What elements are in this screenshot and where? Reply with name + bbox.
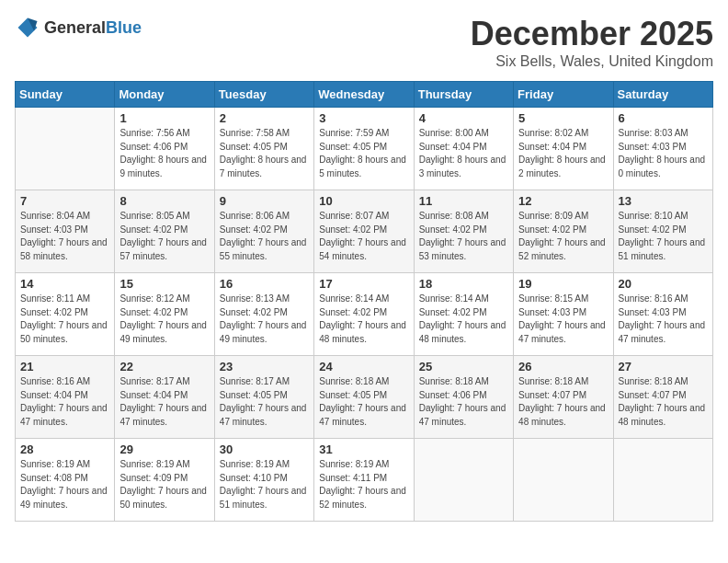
calendar-cell: 16Sunrise: 8:13 AMSunset: 4:02 PMDayligh… [214,273,313,356]
calendar-cell: 17Sunrise: 8:14 AMSunset: 4:02 PMDayligh… [314,273,414,356]
day-info: Sunrise: 8:14 AMSunset: 4:02 PMDaylight:… [319,293,408,346]
calendar-cell: 31Sunrise: 8:19 AMSunset: 4:11 PMDayligh… [314,439,414,522]
calendar-cell: 11Sunrise: 8:08 AMSunset: 4:02 PMDayligh… [414,190,513,273]
day-number: 14 [20,277,109,291]
calendar-cell: 3Sunrise: 7:59 AMSunset: 4:05 PMDaylight… [314,108,414,190]
day-number: 25 [419,360,508,373]
day-number: 24 [319,360,408,373]
day-header-thursday: Thursday [414,82,513,108]
day-info: Sunrise: 8:13 AMSunset: 4:02 PMDaylight:… [220,293,309,346]
calendar-cell: 21Sunrise: 8:16 AMSunset: 4:04 PMDayligh… [16,356,115,439]
calendar-cell: 5Sunrise: 8:02 AMSunset: 4:04 PMDaylight… [514,108,613,190]
day-info: Sunrise: 8:16 AMSunset: 4:04 PMDaylight:… [20,375,109,429]
day-info: Sunrise: 8:03 AMSunset: 4:03 PMDaylight:… [619,127,708,180]
day-header-sunday: Sunday [16,82,115,108]
day-info: Sunrise: 8:19 AMSunset: 4:11 PMDaylight:… [319,458,408,511]
calendar-cell: 25Sunrise: 8:18 AMSunset: 4:06 PMDayligh… [414,356,513,439]
day-info: Sunrise: 8:11 AMSunset: 4:02 PMDaylight:… [20,293,109,346]
day-info: Sunrise: 8:18 AMSunset: 4:06 PMDaylight:… [419,375,508,429]
day-info: Sunrise: 8:05 AMSunset: 4:02 PMDaylight:… [119,210,209,263]
day-number: 7 [20,194,109,208]
day-header-tuesday: Tuesday [214,82,313,108]
day-number: 19 [518,277,608,291]
day-number: 28 [20,442,109,456]
day-info: Sunrise: 8:14 AMSunset: 4:02 PMDaylight:… [419,293,508,346]
calendar-cell: 1Sunrise: 7:56 AMSunset: 4:06 PMDaylight… [115,108,214,190]
day-number: 3 [319,111,408,125]
day-number: 8 [119,194,209,208]
week-row: 21Sunrise: 8:16 AMSunset: 4:04 PMDayligh… [16,356,713,439]
day-info: Sunrise: 8:09 AMSunset: 4:02 PMDaylight:… [518,210,608,263]
calendar-cell: 26Sunrise: 8:18 AMSunset: 4:07 PMDayligh… [514,356,613,439]
day-number: 6 [619,111,708,125]
logo: General Blue [15,15,142,40]
header-row: SundayMondayTuesdayWednesdayThursdayFrid… [16,82,713,108]
calendar-cell: 8Sunrise: 8:05 AMSunset: 4:02 PMDaylight… [115,190,214,273]
day-header-saturday: Saturday [613,82,712,108]
title-area: December 2025 Six Bells, Wales, United K… [471,15,713,70]
day-number: 12 [518,194,608,208]
day-header-monday: Monday [115,82,214,108]
day-number: 22 [119,360,209,373]
calendar-cell [414,439,513,522]
day-info: Sunrise: 8:07 AMSunset: 4:02 PMDaylight:… [319,210,408,263]
calendar-cell: 9Sunrise: 8:06 AMSunset: 4:02 PMDaylight… [214,190,313,273]
calendar-cell: 27Sunrise: 8:18 AMSunset: 4:07 PMDayligh… [613,356,712,439]
calendar-cell: 2Sunrise: 7:58 AMSunset: 4:05 PMDaylight… [214,108,313,190]
day-info: Sunrise: 8:18 AMSunset: 4:07 PMDaylight:… [619,375,708,429]
calendar-cell: 14Sunrise: 8:11 AMSunset: 4:02 PMDayligh… [16,273,115,356]
day-info: Sunrise: 8:19 AMSunset: 4:08 PMDaylight:… [20,458,109,511]
day-number: 10 [319,194,408,208]
logo-text-general: General [44,18,106,38]
location-title: Six Bells, Wales, United Kingdom [471,53,713,70]
day-number: 13 [619,194,708,208]
day-number: 18 [419,277,508,291]
day-number: 23 [220,360,309,373]
day-number: 29 [119,442,209,456]
week-row: 7Sunrise: 8:04 AMSunset: 4:03 PMDaylight… [16,190,713,273]
day-number: 4 [419,111,508,125]
day-info: Sunrise: 7:56 AMSunset: 4:06 PMDaylight:… [119,127,209,180]
day-header-wednesday: Wednesday [314,82,414,108]
day-number: 20 [619,277,708,291]
day-info: Sunrise: 8:00 AMSunset: 4:04 PMDaylight:… [419,127,508,180]
calendar-cell: 13Sunrise: 8:10 AMSunset: 4:02 PMDayligh… [613,190,712,273]
calendar-table: SundayMondayTuesdayWednesdayThursdayFrid… [15,81,713,522]
day-info: Sunrise: 8:04 AMSunset: 4:03 PMDaylight:… [20,210,109,263]
day-number: 17 [319,277,408,291]
day-number: 16 [220,277,309,291]
header: General Blue December 2025 Six Bells, Wa… [15,15,713,70]
day-info: Sunrise: 8:18 AMSunset: 4:07 PMDaylight:… [518,375,608,429]
day-info: Sunrise: 8:16 AMSunset: 4:03 PMDaylight:… [619,293,708,346]
calendar-cell: 18Sunrise: 8:14 AMSunset: 4:02 PMDayligh… [414,273,513,356]
day-info: Sunrise: 8:19 AMSunset: 4:10 PMDaylight:… [220,458,309,511]
day-number: 9 [220,194,309,208]
calendar-cell: 10Sunrise: 8:07 AMSunset: 4:02 PMDayligh… [314,190,414,273]
day-info: Sunrise: 8:08 AMSunset: 4:02 PMDaylight:… [419,210,508,263]
month-title: December 2025 [471,15,713,53]
calendar-cell: 22Sunrise: 8:17 AMSunset: 4:04 PMDayligh… [115,356,214,439]
calendar-cell: 30Sunrise: 8:19 AMSunset: 4:10 PMDayligh… [214,439,313,522]
day-number: 30 [220,442,309,456]
calendar-cell: 29Sunrise: 8:19 AMSunset: 4:09 PMDayligh… [115,439,214,522]
day-number: 5 [518,111,608,125]
day-info: Sunrise: 8:12 AMSunset: 4:02 PMDaylight:… [119,293,209,346]
calendar-cell [16,108,115,190]
day-header-friday: Friday [514,82,613,108]
calendar-cell [613,439,712,522]
logo-text-blue: Blue [106,18,142,38]
day-info: Sunrise: 8:15 AMSunset: 4:03 PMDaylight:… [518,293,608,346]
day-info: Sunrise: 8:06 AMSunset: 4:02 PMDaylight:… [220,210,309,263]
calendar-cell: 20Sunrise: 8:16 AMSunset: 4:03 PMDayligh… [613,273,712,356]
calendar-cell: 4Sunrise: 8:00 AMSunset: 4:04 PMDaylight… [414,108,513,190]
day-number: 11 [419,194,508,208]
logo-icon [15,15,40,40]
day-number: 27 [619,360,708,373]
day-info: Sunrise: 8:19 AMSunset: 4:09 PMDaylight:… [119,458,209,511]
day-number: 31 [319,442,408,456]
day-number: 21 [20,360,109,373]
day-number: 2 [220,111,309,125]
calendar-cell: 12Sunrise: 8:09 AMSunset: 4:02 PMDayligh… [514,190,613,273]
calendar-cell [514,439,613,522]
week-row: 14Sunrise: 8:11 AMSunset: 4:02 PMDayligh… [16,273,713,356]
